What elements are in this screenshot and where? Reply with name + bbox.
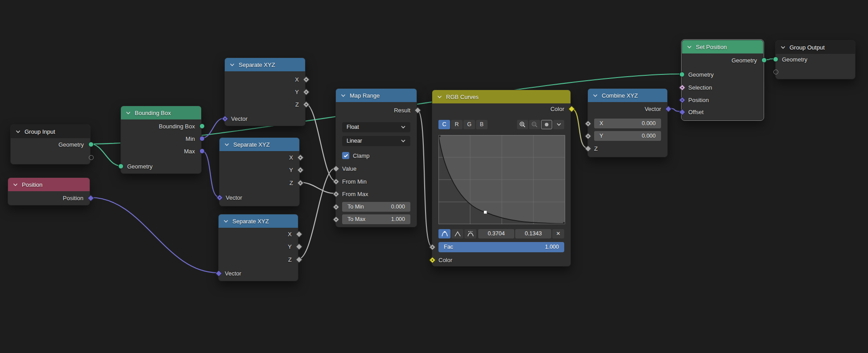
socket-bounding-box-max[interactable]: [199, 148, 205, 154]
socket-rgb-curves-color_in[interactable]: [429, 257, 435, 263]
socket-combine-xyz-z[interactable]: [585, 145, 591, 152]
node-position[interactable]: PositionPosition: [8, 177, 90, 205]
socket-separate-xyz-3-vector[interactable]: [215, 270, 222, 276]
collapse-chevron-icon[interactable]: [593, 94, 598, 97]
socket-label: Geometry: [127, 163, 153, 170]
socket-set-position-geometry_out[interactable]: [761, 57, 767, 63]
channel-c-button[interactable]: C: [438, 120, 450, 129]
rgb-curves-fac-slider[interactable]: Fac1.000: [438, 242, 564, 252]
socket-separate-xyz-3-x[interactable]: [296, 231, 302, 237]
channel-r-button[interactable]: R: [451, 120, 463, 129]
map-range-dropdown[interactable]: Float: [342, 122, 410, 132]
socket-combine-xyz-x[interactable]: [585, 120, 591, 127]
socket-separate-xyz-2-y[interactable]: [297, 167, 303, 173]
node-separate-xyz-2[interactable]: Separate XYZXYZVector: [219, 137, 300, 206]
collapse-chevron-icon[interactable]: [230, 63, 235, 66]
slider-value: 1.000: [545, 244, 559, 250]
clip-button[interactable]: [541, 120, 552, 129]
combine-xyz-x-field[interactable]: X0.000: [594, 119, 661, 128]
node-header-group-output[interactable]: Group Output: [776, 41, 855, 54]
collapse-chevron-icon[interactable]: [437, 95, 442, 99]
node-set-position[interactable]: Set PositionGeometryGeometrySelectionPos…: [682, 40, 764, 120]
socket-set-position-geometry_in[interactable]: [679, 71, 685, 78]
handle-auto-button[interactable]: [438, 229, 451, 238]
collapse-chevron-icon[interactable]: [687, 45, 692, 49]
socket-bounding-box-min[interactable]: [199, 135, 205, 142]
map-range-to_min-field[interactable]: To Min0.000: [342, 202, 410, 212]
node-combine-xyz[interactable]: Combine XYZVectorX0.000Y0.000Z: [587, 88, 668, 157]
node-header-bounding-box[interactable]: Bounding Box: [121, 106, 201, 119]
socket-map-range-to_min[interactable]: [333, 204, 339, 210]
handle-vector-button[interactable]: [451, 229, 463, 238]
socket-separate-xyz-1-z[interactable]: [303, 101, 309, 107]
collapse-chevron-icon[interactable]: [224, 143, 229, 146]
socket-position-position[interactable]: [87, 195, 94, 201]
curve-widget[interactable]: [438, 135, 564, 224]
combine-xyz-y-field[interactable]: Y0.000: [594, 131, 661, 141]
socket-map-range-from_min[interactable]: [333, 178, 339, 185]
node-header-rgb-curves[interactable]: RGB Curves: [432, 90, 570, 103]
socket-map-range-from_max[interactable]: [333, 191, 339, 197]
node-header-separate-xyz-2[interactable]: Separate XYZ: [219, 138, 299, 151]
socket-separate-xyz-2-vector[interactable]: [216, 194, 223, 201]
node-header-separate-xyz-3[interactable]: Separate XYZ: [219, 214, 298, 228]
socket-bounding-box-bbox[interactable]: [199, 123, 205, 129]
socket-map-range-to_max[interactable]: [333, 216, 339, 222]
node-header-group-input[interactable]: Group Input: [11, 125, 90, 138]
socket-rgb-curves-fac[interactable]: [429, 244, 435, 250]
socket-bounding-box-geometry[interactable]: [118, 163, 124, 169]
delete-point-button[interactable]: ✕: [552, 229, 564, 238]
socket-separate-xyz-2-x[interactable]: [297, 154, 303, 160]
zoom-out-button[interactable]: [529, 120, 540, 129]
socket-separate-xyz-1-y[interactable]: [303, 89, 309, 95]
socket-separate-xyz-3-y[interactable]: [296, 243, 302, 250]
map-range-result-row: Result: [336, 105, 417, 115]
menu-button[interactable]: [553, 120, 564, 129]
point-y-field[interactable]: 0.1343: [515, 229, 551, 238]
socket-map-range-value[interactable]: [333, 165, 339, 172]
socket-set-position-offset[interactable]: [679, 109, 685, 115]
map-range-dropdown[interactable]: Linear: [342, 136, 410, 146]
node-group-output[interactable]: Group OutputGeometry: [775, 40, 856, 79]
socket-set-position-position[interactable]: [679, 97, 685, 103]
socket-group-input-virtual[interactable]: [88, 154, 94, 160]
node-header-position[interactable]: Position: [8, 178, 90, 191]
collapse-chevron-icon[interactable]: [126, 111, 131, 115]
socket-group-input-geometry[interactable]: [88, 141, 94, 148]
socket-set-position-selection[interactable]: [679, 84, 685, 90]
socket-group-output-virtual[interactable]: [773, 69, 779, 75]
socket-combine-xyz-vector_out[interactable]: [665, 106, 671, 112]
node-group-input[interactable]: Group InputGeometry: [10, 124, 91, 164]
node-header-set-position[interactable]: Set Position: [682, 40, 763, 53]
socket-group-output-geometry[interactable]: [773, 56, 779, 62]
handle-auto-clamped-button[interactable]: [464, 229, 476, 238]
curve-control-point[interactable]: [484, 211, 487, 214]
point-x-field[interactable]: 0.3704: [478, 229, 514, 238]
socket-map-range-result[interactable]: [414, 107, 421, 113]
clamp-checkbox[interactable]: [342, 152, 349, 159]
node-separate-xyz-1[interactable]: Separate XYZXYZVector: [224, 57, 306, 126]
channel-b-button[interactable]: B: [476, 120, 488, 129]
node-map-range[interactable]: Map RangeResultFloatLinearClampValueFrom…: [335, 88, 417, 227]
channel-g-button[interactable]: G: [463, 120, 475, 129]
collapse-chevron-icon[interactable]: [13, 183, 18, 186]
collapse-chevron-icon[interactable]: [223, 220, 228, 223]
collapse-chevron-icon[interactable]: [341, 94, 346, 97]
node-header-separate-xyz-1[interactable]: Separate XYZ: [225, 58, 305, 71]
node-header-map-range[interactable]: Map Range: [336, 89, 417, 102]
socket-separate-xyz-2-z[interactable]: [297, 180, 303, 186]
socket-separate-xyz-3-z[interactable]: [296, 256, 302, 263]
node-editor-canvas[interactable]: Group InputGeometryPositionPositionBound…: [0, 0, 868, 353]
node-separate-xyz-3[interactable]: Separate XYZXYZVector: [218, 214, 298, 281]
zoom-in-button[interactable]: [517, 120, 528, 129]
socket-rgb-curves-color_out[interactable]: [568, 106, 575, 112]
socket-separate-xyz-1-x[interactable]: [303, 76, 309, 82]
collapse-chevron-icon[interactable]: [16, 130, 21, 133]
collapse-chevron-icon[interactable]: [781, 46, 785, 49]
map-range-to_max-field[interactable]: To Max1.000: [342, 214, 410, 224]
socket-combine-xyz-y[interactable]: [585, 133, 591, 139]
node-header-combine-xyz[interactable]: Combine XYZ: [588, 89, 667, 102]
socket-separate-xyz-1-vector[interactable]: [222, 115, 228, 122]
node-rgb-curves[interactable]: RGB CurvesColorCRGB0.37040.1343✕Fac1.000…: [432, 90, 571, 267]
node-bounding-box[interactable]: Bounding BoxBounding BoxMinMaxGeometry: [120, 106, 202, 174]
